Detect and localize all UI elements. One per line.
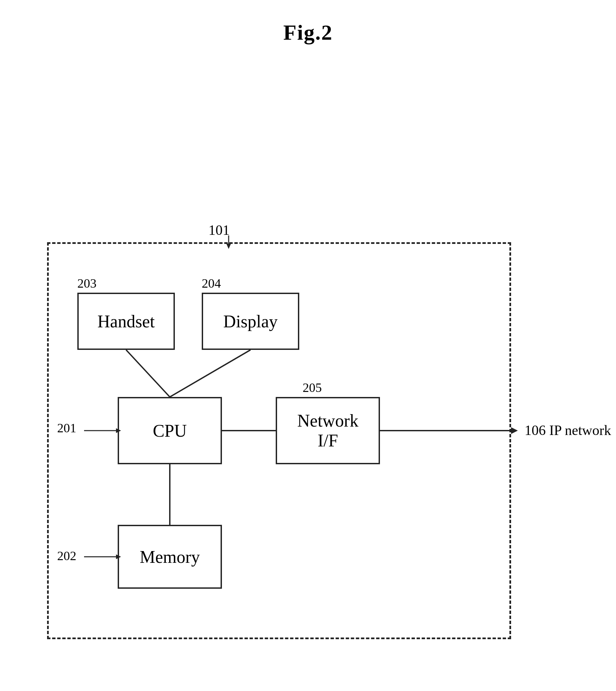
handset-label: Handset bbox=[97, 311, 155, 331]
network-if-label: NetworkI/F bbox=[297, 411, 358, 451]
page-title: Fig.2 bbox=[283, 20, 333, 45]
label-204: 204 bbox=[202, 276, 221, 291]
svg-marker-5 bbox=[511, 427, 518, 434]
memory-box: Memory bbox=[118, 525, 222, 589]
display-label: Display bbox=[223, 311, 278, 331]
label-203: 203 bbox=[77, 276, 96, 291]
network-if-box: NetworkI/F bbox=[276, 397, 380, 464]
cpu-box: CPU bbox=[118, 397, 222, 464]
label-106-ip-network: 106 IP network bbox=[525, 422, 611, 438]
label-205: 205 bbox=[303, 380, 322, 395]
label-201: 201 bbox=[57, 420, 76, 435]
cpu-label: CPU bbox=[153, 421, 186, 441]
label-202: 202 bbox=[57, 548, 76, 563]
handset-box: Handset bbox=[77, 293, 175, 350]
memory-label: Memory bbox=[139, 547, 200, 567]
label-101: 101 bbox=[208, 222, 230, 238]
display-box: Display bbox=[202, 293, 299, 350]
